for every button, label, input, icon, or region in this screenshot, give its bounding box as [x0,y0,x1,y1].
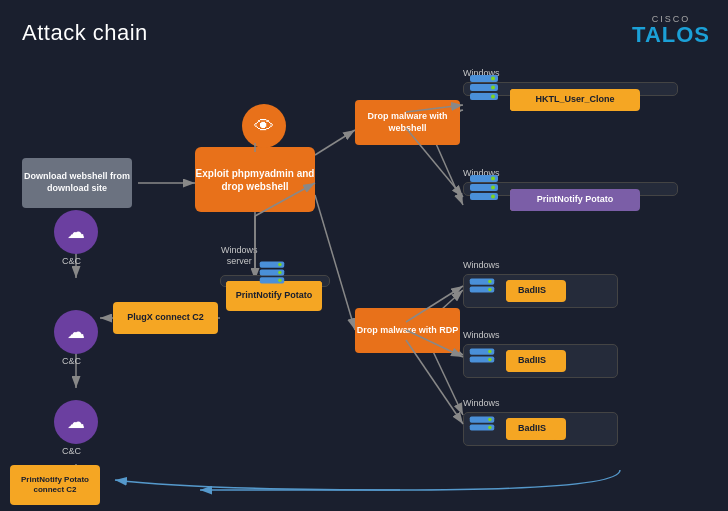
download-webshell-box: Download webshell from download site [22,158,132,208]
cisco-talos-logo: cisco TALOS [632,14,710,46]
tool-badiis-2: BadIIS [506,280,558,302]
svg-point-45 [278,271,282,275]
svg-point-43 [278,263,282,267]
bottom-arrow-overlay [0,0,728,511]
target-group-2: PlugX GodPotato BadPotato PrintNotify Po… [463,182,678,196]
drop-malware-rdp-box: Drop malware with RDP [355,308,460,353]
svg-point-31 [488,280,492,284]
target-group-3: PlugX BadIIS [463,274,618,308]
svg-point-19 [491,77,495,81]
target-group-4: PlugX BadIIS [463,344,618,378]
cc-label-3: C&C [62,446,81,457]
printnotify-connect-c2-box: PrintNotify Potato connect C2 [10,465,100,505]
tool-hktl-1: HKTL_User_Clone [510,89,640,111]
svg-point-35 [488,350,492,354]
svg-point-27 [491,186,495,190]
arrows-overlay [0,0,728,511]
svg-point-41 [488,426,492,430]
svg-point-47 [278,279,282,283]
svg-point-29 [491,195,495,199]
tool-printnotify-1: PrintNotify Potato [510,189,640,211]
tool-badiis-4: BadIIS [506,418,558,440]
drop-malware-webshell-box: Drop malware with webshell [355,100,460,145]
svg-point-23 [491,95,495,99]
cc-label-1: C&C [62,256,81,267]
svg-point-25 [491,177,495,181]
target-group-5: PlugX BadIIS [463,412,618,446]
cc-icon-3: ☁ [54,400,98,444]
cc-icon-2: ☁ [54,310,98,354]
svg-line-3 [315,130,355,155]
exploit-box: Exploit phpmyadmin and drop webshell [195,147,315,212]
svg-line-10 [430,345,463,415]
cc-icon-1: ☁ [54,210,98,254]
tool-badiis-3: BadIIS [506,350,558,372]
svg-point-21 [491,86,495,90]
svg-line-4 [315,195,355,330]
page-title: Attack chain [22,20,148,46]
plugx-connect-c2-box: PlugX connect C2 [113,302,218,334]
svg-point-33 [488,288,492,292]
windows-server-label-inner: Windowsserver [221,245,258,267]
hacker-icon: 👁 [242,104,286,148]
server-icon-inner [258,258,286,290]
cc-label-2: C&C [62,356,81,367]
svg-point-39 [488,418,492,422]
target-group-1: PlugX mimikatz BadIIS HKTL_User_Clone [463,82,678,96]
svg-point-37 [488,358,492,362]
talos-text: TALOS [632,24,710,46]
